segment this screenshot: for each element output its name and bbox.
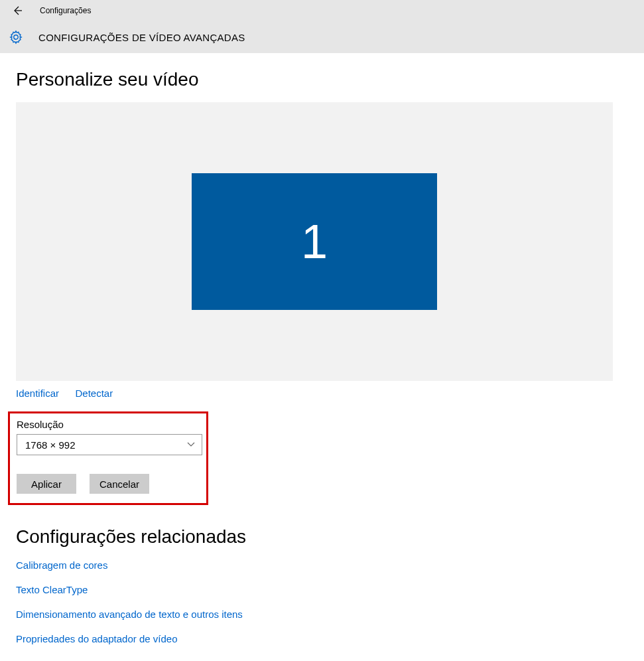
link-adapter-properties[interactable]: Propriedades do adaptador de vídeo — [16, 633, 628, 644]
identify-link[interactable]: Identificar — [16, 388, 59, 399]
resolution-value: 1768 × 992 — [25, 439, 76, 451]
link-color-calibration[interactable]: Calibragem de cores — [16, 559, 628, 571]
display-action-links: Identificar Detectar — [16, 388, 628, 400]
chevron-down-icon — [187, 441, 195, 449]
breadcrumb: Configurações — [40, 6, 91, 15]
resolution-label: Resolução — [17, 419, 200, 430]
apply-button[interactable]: Aplicar — [17, 474, 76, 494]
titlebar: Configurações — [0, 0, 644, 21]
page-title: CONFIGURAÇÕES DE VÍDEO AVANÇADAS — [38, 32, 245, 43]
customize-heading: Personalize seu vídeo — [16, 69, 628, 90]
page-header: CONFIGURAÇÕES DE VÍDEO AVANÇADAS — [0, 21, 644, 53]
settings-icon — [7, 28, 25, 46]
monitor-number-label: 1 — [301, 214, 328, 269]
link-cleartype-text[interactable]: Texto ClearType — [16, 584, 628, 595]
back-arrow-icon — [12, 5, 23, 16]
related-settings-heading: Configurações relacionadas — [16, 526, 628, 548]
detect-link[interactable]: Detectar — [76, 388, 113, 399]
gear-icon — [9, 30, 23, 44]
monitor-tile-1[interactable]: 1 — [192, 173, 437, 310]
display-preview-area: 1 — [16, 102, 613, 381]
resolution-buttons: Aplicar Cancelar — [17, 474, 200, 494]
link-advanced-sizing[interactable]: Dimensionamento avançado de texto e outr… — [16, 609, 628, 620]
resolution-dropdown[interactable]: 1768 × 992 — [17, 434, 202, 455]
resolution-highlight-box: Resolução 1768 × 992 Aplicar Cancelar — [8, 411, 208, 505]
cancel-button[interactable]: Cancelar — [90, 474, 149, 494]
related-links-list: Calibragem de cores Texto ClearType Dime… — [16, 559, 628, 644]
back-button[interactable] — [9, 3, 25, 19]
